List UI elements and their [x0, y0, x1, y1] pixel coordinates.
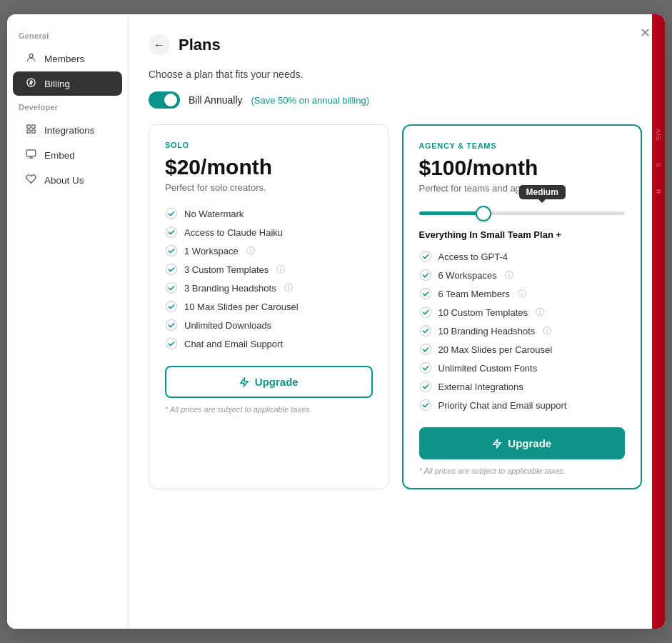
svg-point-20: [420, 326, 431, 337]
svg-point-7: [166, 209, 177, 219]
feature-text: 6 Workspaces: [438, 270, 497, 281]
feature-text: Access to Claude Haiku: [184, 227, 283, 238]
sidebar-item-about-label: About Us: [44, 175, 84, 186]
svg-rect-4: [31, 130, 34, 133]
feature-text: 6 Team Members: [438, 289, 510, 299]
members-icon: [24, 52, 37, 65]
solo-upgrade-button[interactable]: Upgrade: [165, 366, 373, 398]
feature-text: Priority Chat and Email support: [438, 400, 567, 411]
feature-text: 3 Branding Headshots: [184, 283, 276, 294]
list-item: 6 Workspaces ⓘ: [419, 266, 626, 284]
agency-upgrade-button[interactable]: Upgrade: [419, 427, 626, 459]
svg-rect-6: [26, 150, 36, 156]
agency-plan-price: $100/month: [419, 156, 626, 180]
svg-point-10: [166, 264, 177, 275]
modal: General Members Billing Developer Integr…: [7, 14, 665, 629]
sidebar-item-embed[interactable]: Embed: [13, 143, 122, 167]
feature-text: 3 Custom Templates: [184, 264, 269, 275]
feature-text: External Integrations: [438, 382, 523, 392]
page-subtitle: Choose a plan that fits your needs.: [149, 69, 642, 80]
svg-point-24: [420, 400, 431, 411]
billing-icon: [24, 77, 37, 90]
svg-point-18: [420, 289, 431, 299]
list-item: 20 Max Slides per Carousel: [419, 340, 626, 359]
svg-rect-5: [26, 130, 29, 133]
svg-point-12: [166, 301, 177, 312]
agency-plan-tag: AGENCY & TEAMS: [419, 141, 626, 150]
solo-plan-price: $20/month: [165, 155, 373, 179]
sidebar-item-members[interactable]: Members: [13, 46, 122, 71]
feature-text: Unlimited Downloads: [184, 320, 271, 331]
list-item: 10 Branding Headshots ⓘ: [419, 322, 626, 340]
embed-icon: [24, 149, 37, 161]
svg-point-22: [420, 363, 431, 374]
team-size-slider[interactable]: [419, 211, 626, 215]
solo-plan-tag: SOLO: [165, 141, 373, 149]
sidebar-item-embed-label: Embed: [44, 150, 75, 161]
agency-plan-card: AGENCY & TEAMS $100/month Perfect for te…: [402, 124, 643, 489]
list-item: Unlimited Downloads: [165, 316, 373, 334]
svg-point-0: [29, 54, 33, 58]
general-section-label: General: [7, 31, 128, 46]
svg-marker-15: [241, 378, 249, 387]
edge-label-r: R: [655, 189, 662, 195]
list-item: No Watermark: [165, 204, 373, 223]
agency-feature-list: Access to GPT-4 6 Workspaces ⓘ 6 Team Me…: [419, 247, 626, 414]
list-item: Chat and Email Support: [165, 334, 373, 353]
feature-text: Chat and Email Support: [184, 339, 283, 349]
page-title: Plans: [179, 36, 221, 54]
svg-rect-3: [31, 125, 34, 128]
agency-tax-note: * All prices are subject to applicable t…: [419, 467, 626, 475]
svg-point-14: [166, 339, 177, 349]
sidebar-item-integrations[interactable]: Integrations: [13, 118, 122, 142]
feature-text: 20 Max Slides per Carousel: [438, 344, 553, 355]
back-button[interactable]: ←: [149, 34, 170, 56]
feature-text: 1 Workspace: [184, 246, 239, 256]
svg-point-11: [166, 283, 177, 294]
plan-slider-container: Medium: [419, 205, 626, 218]
feature-text: Access to GPT-4: [438, 251, 508, 262]
plans-grid: SOLO $20/month Perfect for solo creators…: [149, 124, 642, 489]
solo-plan-card: SOLO $20/month Perfect for solo creators…: [149, 124, 389, 489]
list-item: Unlimited Custom Fonts: [419, 359, 626, 377]
sidebar-item-members-label: Members: [44, 54, 84, 64]
feature-info-icon: ⓘ: [284, 282, 293, 294]
right-edge-decoration: AIS S R: [652, 14, 665, 629]
billing-save-label: (Save 50% on annual billing): [251, 95, 370, 106]
edge-label: AIS: [655, 129, 662, 141]
slider-tooltip: Medium: [519, 185, 566, 199]
feature-text: 10 Custom Templates: [438, 307, 528, 318]
svg-point-8: [166, 227, 177, 238]
solo-tax-note: * All prices are subject to applicable t…: [165, 405, 373, 414]
about-icon: [24, 174, 37, 186]
sidebar-item-about[interactable]: About Us: [13, 168, 122, 192]
feature-text: Unlimited Custom Fonts: [438, 363, 538, 374]
feature-text: 10 Branding Headshots: [438, 326, 536, 337]
svg-rect-2: [26, 125, 29, 128]
billing-toggle-row: Bill Annually (Save 50% on annual billin…: [149, 91, 642, 109]
edge-label-s: S: [655, 163, 662, 168]
solo-feature-list: No Watermark Access to Claude Haiku 1 Wo…: [165, 204, 373, 353]
list-item: Priority Chat and Email support: [419, 396, 626, 414]
agency-features-heading: Everything In Small Team Plan +: [419, 229, 626, 240]
svg-point-19: [420, 307, 431, 318]
billing-toggle[interactable]: [149, 91, 180, 109]
list-item: 10 Max Slides per Carousel: [165, 297, 373, 316]
list-item: Access to GPT-4: [419, 247, 626, 266]
feature-info-icon: ⓘ: [505, 269, 513, 281]
sidebar-item-billing-label: Billing: [44, 79, 70, 89]
integrations-icon: [24, 124, 37, 136]
list-item: 6 Team Members ⓘ: [419, 284, 626, 303]
sidebar-item-integrations-label: Integrations: [44, 125, 95, 136]
feature-text: 10 Max Slides per Carousel: [184, 301, 299, 312]
feature-info-icon: ⓘ: [276, 264, 285, 276]
svg-point-9: [166, 246, 177, 256]
sidebar-item-billing[interactable]: Billing: [13, 71, 122, 96]
list-item: External Integrations: [419, 377, 626, 396]
svg-point-23: [420, 382, 431, 392]
page-header: ← Plans: [149, 34, 642, 56]
svg-point-16: [420, 251, 431, 262]
list-item: 1 Workspace ⓘ: [165, 241, 373, 260]
feature-info-icon: ⓘ: [518, 288, 526, 300]
feature-info-icon: ⓘ: [543, 325, 551, 337]
